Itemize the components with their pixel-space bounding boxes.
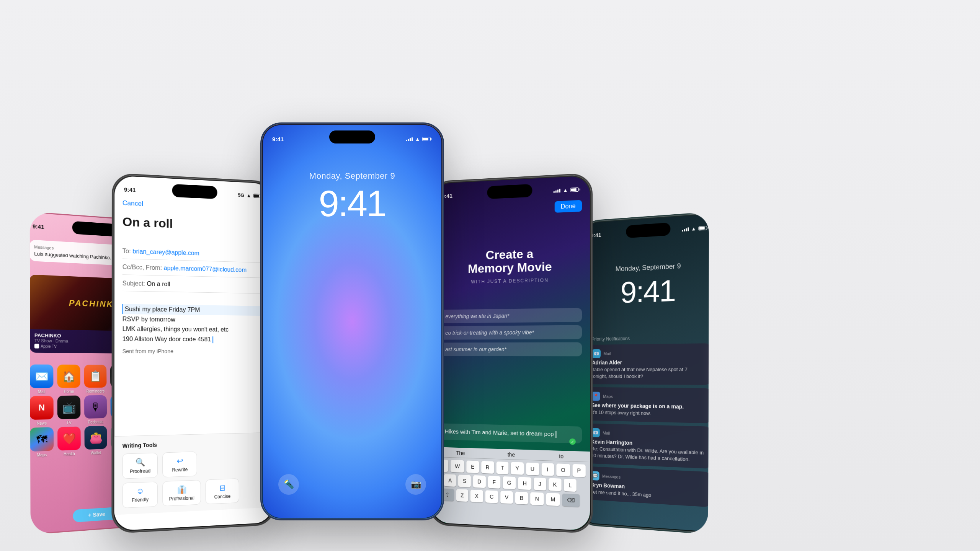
notif-card-2[interactable]: 📍 Maps See where your package is on a ma… (586, 387, 711, 423)
cursor (212, 336, 213, 343)
phone-5-screen: 9:41 ▲ Monday, September 9 (579, 214, 718, 532)
email-subject-field[interactable]: Subject: On a roll (122, 276, 265, 293)
prompt-1[interactable]: everything we ate in Japan* (439, 308, 582, 323)
writing-tools-buttons: 🔍 Proofread ↩ Rewrite (122, 449, 266, 479)
lockscreen-date-3: Monday, September 9 (263, 171, 441, 181)
key-H[interactable]: H (518, 477, 531, 490)
key-L[interactable]: L (564, 479, 577, 492)
signal-bars-5 (682, 227, 689, 231)
key-S[interactable]: S (458, 474, 470, 487)
email-cc-field[interactable]: Cc/Bcc, From: apple.marcom077@icloud.com (122, 260, 265, 278)
dynamic-island-4 (487, 184, 532, 199)
subject-value: On a roll (147, 280, 170, 287)
prompt-3[interactable]: ast summer in our garden* (439, 342, 582, 356)
keyboard-4: The the to Q W E R T Y U I O P A S D (431, 447, 590, 531)
suggestion-to[interactable]: to (559, 453, 564, 460)
status-icons-3: ▲ (406, 136, 432, 142)
key-P[interactable]: P (572, 464, 586, 477)
key-K[interactable]: K (548, 478, 561, 491)
email-body[interactable]: Sushi my place Friday 7PM RSVP by tomorr… (122, 304, 265, 356)
key-Z[interactable]: Z (456, 489, 469, 502)
notif-card-3[interactable]: 📧 Mail Kevin Harrington Re: Consultation… (585, 423, 711, 469)
signal-bars-3 (406, 137, 413, 141)
prompt-2[interactable]: eo trick-or-treating with a spooky vibe* (439, 325, 582, 340)
rewrite-icon: ↩ (176, 456, 183, 466)
app-home[interactable]: 🏠 Home (57, 365, 80, 394)
app-tv[interactable]: 📺 TV (57, 396, 81, 425)
proofread-button[interactable]: 🔍 Proofread (122, 453, 158, 479)
key-E[interactable]: E (466, 460, 479, 473)
key-V[interactable]: V (500, 491, 513, 504)
email-subject-title: On a roll (122, 215, 173, 231)
key-B[interactable]: B (515, 492, 528, 505)
key-G[interactable]: G (503, 476, 516, 489)
cc-label: Cc/Bcc, From: (122, 264, 164, 271)
status-time-3: 9:41 (272, 136, 284, 142)
notif-text-3: Re: Consultation with Dr. Wilde. Are you… (591, 445, 705, 463)
suggestion-the-cap[interactable]: The (456, 450, 465, 456)
lockscreen-time-5: 9:41 (581, 271, 718, 311)
key-Y[interactable]: Y (511, 462, 523, 475)
status-time-1: 9:41 (33, 223, 44, 230)
key-F[interactable]: F (488, 476, 500, 488)
key-W[interactable]: W (451, 460, 464, 473)
key-D[interactable]: D (473, 475, 485, 488)
key-I[interactable]: I (541, 463, 554, 476)
app-mail[interactable]: ✉️ Mail (30, 365, 54, 394)
input-cursor (555, 431, 556, 438)
app-reminders[interactable]: 📋 Reminders (84, 365, 106, 393)
key-R[interactable]: R (481, 461, 494, 474)
done-button[interactable]: Done (554, 200, 582, 213)
proofread-icon: 🔍 (135, 457, 145, 467)
writing-tools-buttons-2: ☺ Friendly 👔 Professional ⊟ Concise (122, 477, 266, 508)
concise-icon: ⊟ (219, 483, 226, 492)
lockscreen-3: 9:41 ▲ (263, 125, 441, 518)
checkmark-icon[interactable]: ✓ (569, 439, 576, 445)
notif-header-3: 📧 Mail (591, 428, 705, 440)
cancel-button[interactable]: Cancel (122, 199, 143, 208)
memory-movie-text: Create aMemory Movie WITH JUST A DESCRIP… (440, 246, 582, 285)
friendly-label: Friendly (132, 497, 149, 503)
notif-card-1[interactable]: 📧 Mail Adrian Alder Table opened at that… (586, 343, 712, 385)
phone-2-screen: 9:41 5G ▲ Cancel On a roll To: bri (114, 176, 273, 531)
signal-5g: 5G (238, 192, 244, 198)
key-delete[interactable]: ⌫ (562, 494, 580, 507)
app-wallet[interactable]: 👛 Wallet (84, 426, 107, 456)
notif-card-4[interactable]: 💬 Messages Bryn Bowman Let me send it no… (585, 466, 711, 507)
professional-button[interactable]: 👔 Professional (162, 480, 201, 506)
key-C[interactable]: C (485, 490, 498, 503)
sent-from: Sent from my iPhone (122, 347, 265, 356)
side-button-vol-down[interactable] (260, 206, 261, 221)
phone-4: 9:41 ▲ Done (429, 173, 593, 533)
wifi-3: ▲ (415, 136, 420, 142)
key-M[interactable]: M (546, 493, 560, 506)
suggestion-the[interactable]: the (508, 452, 515, 458)
camera-button[interactable]: 📷 (405, 474, 426, 495)
key-N[interactable]: N (531, 492, 544, 505)
friendly-button[interactable]: ☺ Friendly (122, 481, 158, 508)
key-X[interactable]: X (470, 490, 483, 502)
key-O[interactable]: O (556, 463, 570, 476)
memory-movie-headline: Create aMemory Movie (440, 246, 582, 276)
key-A[interactable]: A (444, 474, 456, 487)
flashlight-button[interactable]: 🔦 (278, 474, 299, 495)
rewrite-button[interactable]: ↩ Rewrite (162, 452, 197, 478)
side-button-power[interactable] (443, 192, 444, 215)
proofread-label: Proofread (130, 468, 150, 474)
key-U[interactable]: U (526, 463, 539, 476)
app-news[interactable]: N News (30, 396, 54, 425)
concise-button[interactable]: ⊟ Concise (206, 478, 239, 504)
key-T[interactable]: T (496, 461, 508, 474)
wifi-2: ▲ (247, 192, 251, 198)
app-podcasts[interactable]: 🎙 Podcasts (84, 395, 107, 424)
to-value: brian_carey@apple.com (132, 248, 199, 256)
app-maps[interactable]: 🗺 Maps (30, 427, 54, 458)
side-button-vol-up[interactable] (260, 185, 261, 200)
signal-bars-4 (554, 188, 560, 193)
to-label: To: (122, 248, 133, 254)
memory-prompts: everything we ate in Japan* eo trick-or-… (439, 308, 582, 357)
friendly-icon: ☺ (136, 486, 144, 496)
wifi-5: ▲ (691, 225, 696, 231)
key-J[interactable]: J (534, 478, 546, 491)
app-health[interactable]: ❤️ Health (57, 427, 81, 457)
